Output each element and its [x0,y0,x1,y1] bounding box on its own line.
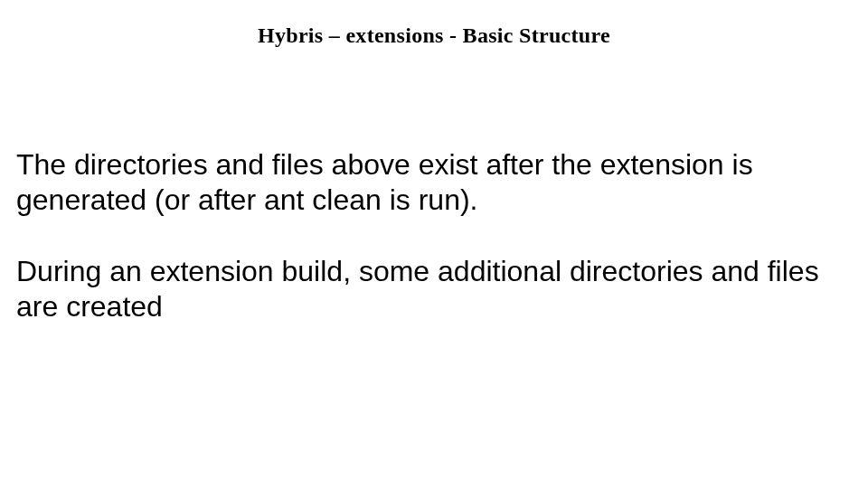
paragraph-2: During an extension build, some addition… [16,254,852,324]
slide-body: The directories and files above exist af… [0,147,868,324]
paragraph-1: The directories and files above exist af… [16,147,852,218]
slide-title: Hybris – extensions - Basic Structure [0,0,868,48]
slide-container: Hybris – extensions - Basic Structure Th… [0,0,868,488]
